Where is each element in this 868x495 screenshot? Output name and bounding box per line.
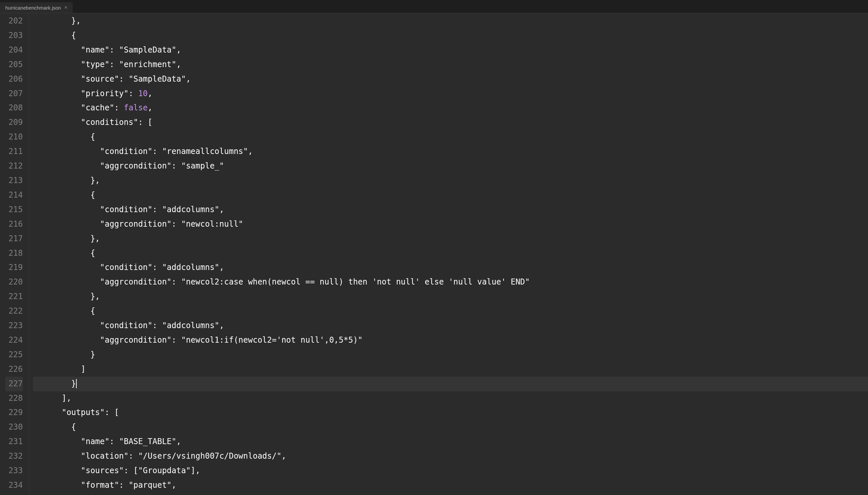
token-key: "name"	[81, 45, 110, 54]
token-punct: ,	[220, 205, 224, 214]
token-punct	[33, 466, 81, 475]
code-line[interactable]: "aggrcondition": "newcol:null"	[33, 217, 868, 232]
token-punct: {	[33, 31, 76, 40]
token-boolean: false	[124, 103, 148, 112]
code-line[interactable]: "name": "BASE_TABLE",	[33, 434, 868, 449]
code-line[interactable]: "name": "SampleData",	[33, 43, 868, 57]
code-line[interactable]: "conditions": [	[33, 115, 868, 130]
code-line[interactable]: }	[33, 377, 868, 391]
token-key: "type"	[81, 60, 110, 69]
code-line[interactable]: {	[33, 420, 868, 434]
code-line[interactable]: "aggrcondition": "sample_"	[33, 159, 868, 173]
token-punct: : [	[138, 118, 152, 127]
code-line[interactable]: },	[33, 289, 868, 304]
token-key: "priority"	[81, 89, 129, 98]
token-string: "addcolumns"	[162, 263, 219, 272]
token-punct: :	[109, 60, 119, 69]
code-line[interactable]: {	[33, 130, 868, 144]
line-number: 234	[5, 478, 23, 493]
line-number: 216	[5, 217, 23, 232]
token-punct: :	[119, 74, 129, 84]
tab-filename: hurricanebenchmark.json	[5, 5, 61, 11]
line-number: 220	[5, 275, 23, 289]
token-string: "SampleData"	[119, 45, 176, 54]
line-number: 211	[5, 144, 23, 159]
token-punct	[33, 321, 100, 330]
code-line[interactable]: "condition": "addcolumns",	[33, 260, 868, 275]
code-line[interactable]: "cache": false,	[33, 101, 868, 115]
token-punct: :	[172, 277, 181, 287]
token-punct: ],	[191, 466, 200, 475]
line-number: 207	[5, 87, 23, 101]
token-punct: ]	[33, 364, 86, 374]
editor: 2022032042052062072082092102112122132142…	[0, 13, 868, 495]
code-line[interactable]: "sources": ["Groupdata"],	[33, 464, 868, 478]
token-punct: :	[129, 89, 138, 98]
token-punct: ,	[172, 480, 176, 490]
token-punct: :	[152, 263, 162, 272]
token-key: "aggrcondition"	[100, 336, 172, 345]
line-number: 233	[5, 464, 23, 478]
token-punct: {	[33, 306, 95, 315]
token-punct: },	[33, 16, 81, 25]
token-punct	[33, 263, 100, 272]
line-number: 223	[5, 319, 23, 333]
line-number: 218	[5, 246, 23, 261]
code-line[interactable]: "condition": "addcolumns",	[33, 203, 868, 217]
line-number: 228	[5, 391, 23, 406]
code-line[interactable]: "source": "SampleData",	[33, 72, 868, 87]
token-punct	[33, 480, 81, 490]
code-line[interactable]: "type": "enrichment",	[33, 57, 868, 72]
token-punct: :	[172, 161, 181, 171]
code-line[interactable]: }	[33, 348, 868, 362]
token-string: "BASE_TABLE"	[119, 437, 176, 446]
code-line[interactable]: "aggrcondition": "newcol1:if(newcol2='no…	[33, 333, 868, 348]
tab-bar: hurricanebenchmark.json ×	[0, 0, 868, 13]
code-line[interactable]: "condition": "renameallcolumns",	[33, 144, 868, 159]
token-punct: ,	[148, 89, 152, 98]
token-punct	[33, 205, 100, 214]
line-number: 226	[5, 362, 23, 377]
code-area[interactable]: }, { "name": "SampleData", "type": "enri…	[29, 13, 868, 495]
code-line[interactable]: },	[33, 232, 868, 246]
code-line[interactable]: {	[33, 29, 868, 43]
token-string: "newcol:null"	[181, 219, 243, 229]
code-line[interactable]: ]	[33, 362, 868, 377]
token-punct: {	[33, 190, 95, 200]
code-line[interactable]: {	[33, 304, 868, 319]
code-line[interactable]: },	[33, 173, 868, 188]
token-punct: ,	[176, 60, 181, 69]
code-line[interactable]: "format": "parquet",	[33, 478, 868, 493]
token-punct: ,	[176, 437, 181, 446]
line-number: 219	[5, 260, 23, 275]
code-line[interactable]: ],	[33, 391, 868, 406]
code-line[interactable]: {	[33, 246, 868, 261]
token-string: "newcol1:if(newcol2='not null',0,5*5)"	[181, 336, 363, 345]
token-key: "outputs"	[62, 408, 105, 417]
code-line[interactable]: },	[33, 14, 868, 29]
token-key: "format"	[81, 480, 119, 490]
token-string: "newcol2:case when(newcol == null) then …	[181, 277, 530, 287]
token-punct	[33, 437, 81, 446]
token-key: "cache"	[81, 103, 114, 112]
file-tab[interactable]: hurricanebenchmark.json ×	[0, 2, 73, 13]
token-key: "source"	[81, 74, 119, 84]
token-punct: {	[33, 132, 95, 141]
code-line[interactable]: "location": "/Users/vsingh007c/Downloads…	[33, 449, 868, 464]
token-punct: ,	[186, 74, 190, 84]
token-key: "conditions"	[81, 118, 138, 127]
code-line[interactable]: {	[33, 188, 868, 203]
token-punct	[33, 451, 81, 461]
close-icon[interactable]: ×	[64, 5, 67, 10]
code-line[interactable]: "aggrcondition": "newcol2:case when(newc…	[33, 275, 868, 289]
code-line[interactable]: "outputs": [	[33, 406, 868, 420]
token-punct: : [	[124, 466, 138, 475]
token-key: "condition"	[100, 205, 152, 214]
token-key: "condition"	[100, 263, 152, 272]
code-line[interactable]: "condition": "addcolumns",	[33, 319, 868, 333]
token-punct	[33, 60, 81, 69]
code-line[interactable]: "priority": 10,	[33, 87, 868, 101]
token-number: 10	[138, 89, 148, 98]
token-key: "aggrcondition"	[100, 277, 172, 287]
token-punct: ,	[220, 263, 224, 272]
